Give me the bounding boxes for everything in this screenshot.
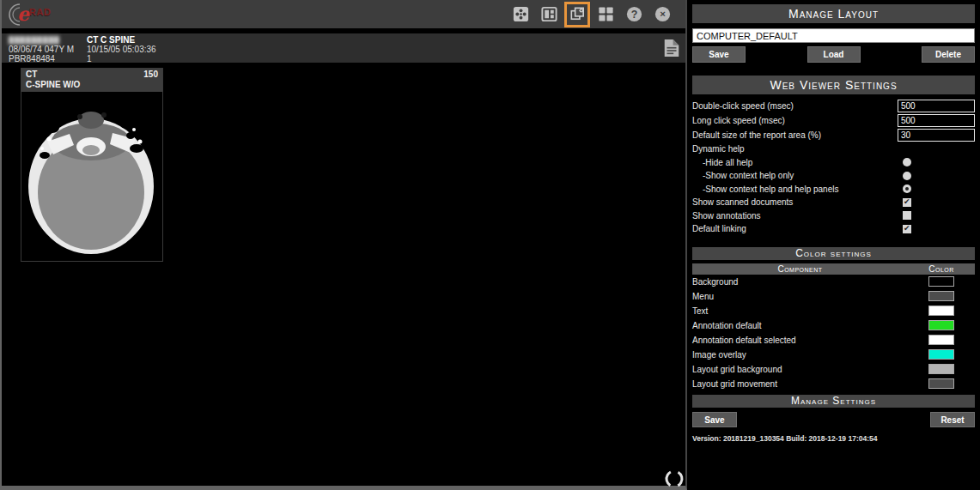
patient-demographics: █████████ ████████ 08/06/74 047Y M PBR84… [9, 35, 86, 64]
layout-grid-movement-color-swatch[interactable] [928, 378, 954, 389]
color-table-header: Component Color [692, 263, 975, 275]
web-viewer-settings-header: Web Viewer Settings [692, 76, 975, 94]
layout-split-icon[interactable] [538, 3, 560, 26]
setting-label: -Show context help and help panels [692, 185, 898, 194]
annotation-default-color-swatch[interactable] [928, 320, 954, 330]
manage-settings-header: Manage Settings [692, 395, 975, 408]
color-row: Annotation default [692, 318, 975, 333]
scanned-document-icon[interactable] [663, 39, 680, 57]
color-row-label: Layout grid background [692, 365, 908, 374]
patient-name-redacted: █████████ ████████ [9, 35, 86, 45]
manage-layout-buttons: Save Load Delete [692, 46, 975, 63]
series-thumbnail[interactable]: CT 150 C-SPINE W/O [21, 68, 163, 262]
show-annotations-checkbox[interactable] [903, 211, 911, 220]
svg-text:×: × [660, 9, 666, 19]
menu-color-swatch[interactable] [928, 291, 954, 301]
color-row: Image overlay [692, 348, 975, 362]
context-help-only-radio[interactable] [903, 172, 911, 180]
logo-rad: RAD [29, 7, 51, 17]
settings-save-button[interactable]: Save [692, 412, 737, 427]
patient-info-bar: █████████ ████████ 08/06/74 047Y M PBR84… [2, 33, 685, 63]
color-row: Annotation default selected [692, 333, 975, 348]
study-info: CT C SPINE 10/15/05 05:03:36 1 [87, 35, 156, 64]
viewer-settings-rows: Double-click speed (msec) Long click spe… [692, 99, 975, 236]
erad-viewer-app: e RAD [0, 0, 980, 490]
toolbar-icons: ? × [509, 0, 673, 28]
pan-tool-icon[interactable] [509, 3, 532, 26]
setting-label: -Hide all help [692, 158, 898, 167]
annotation-selected-color-swatch[interactable] [928, 335, 954, 345]
setting-row: Dynamic help [692, 142, 975, 156]
color-row-label: Image overlay [692, 350, 908, 360]
manage-settings-buttons: Save Reset [692, 412, 975, 427]
layout-name-input[interactable] [692, 28, 975, 43]
loading-spinner-icon [663, 468, 685, 490]
logo-e: e [17, 3, 29, 25]
hide-all-help-radio[interactable] [903, 158, 911, 166]
setting-row: -Hide all help [692, 156, 975, 170]
viewer-area: e RAD [0, 0, 687, 490]
color-settings-header: Color settings [692, 247, 975, 260]
setting-row: Show annotations [692, 209, 975, 223]
color-row: Text [692, 304, 975, 318]
ct-axial-image [21, 92, 162, 261]
setting-label: Long click speed (msec) [692, 116, 898, 125]
patient-dob-sex: 08/06/74 047Y M [9, 45, 86, 54]
default-linking-checkbox[interactable] [903, 225, 911, 233]
show-scanned-documents-checkbox[interactable] [903, 198, 911, 207]
main-toolbar: e RAD [2, 0, 685, 28]
thumbnail-header: CT 150 C-SPINE W/O [21, 69, 162, 92]
layout-grid-background-color-swatch[interactable] [928, 364, 954, 374]
report-area-size-input[interactable] [898, 129, 975, 142]
color-settings-rows: Background Menu Text Annotation default … [692, 275, 975, 391]
setting-row: Double-click speed (msec) [692, 99, 975, 113]
patient-id: PBR848484 [9, 54, 86, 64]
erad-logo: e RAD [5, 2, 74, 27]
grid-layout-icon[interactable] [594, 3, 617, 26]
color-row: Menu [692, 289, 975, 304]
series-number: 1 [87, 54, 156, 64]
settings-panel: Manage Layout Save Load Delete Web Viewe… [687, 0, 980, 490]
setting-label: Default size of the report area (%) [692, 130, 898, 140]
study-datetime: 10/15/05 05:03:36 [87, 45, 156, 54]
setting-row: Default size of the report area (%) [692, 128, 975, 142]
color-row-label: Text [692, 306, 908, 316]
version-info: Version: 20181219_130354 Build: 2018-12-… [692, 434, 975, 443]
setting-row: Default linking [692, 222, 975, 236]
setting-label: Double-click speed (msec) [692, 101, 898, 111]
color-row-label: Annotation default selected [692, 336, 908, 345]
setting-row: -Show context help and help panels [692, 183, 975, 197]
color-row: Layout grid background [692, 362, 975, 377]
color-row-label: Background [692, 277, 908, 287]
image-overlay-color-swatch[interactable] [928, 349, 954, 360]
thumbnail-description: C-SPINE W/O [26, 80, 158, 90]
component-column-header: Component [692, 264, 908, 274]
background-color-swatch[interactable] [928, 276, 954, 287]
thumbnail-modality: CT [26, 70, 37, 80]
screen-settings-icon[interactable] [566, 3, 588, 26]
color-row-label: Menu [692, 292, 908, 301]
setting-row: -Show context help only [692, 169, 975, 183]
close-icon[interactable]: × [651, 3, 673, 26]
text-color-swatch[interactable] [928, 305, 954, 316]
setting-label: Show annotations [692, 211, 898, 221]
layout-delete-button[interactable]: Delete [922, 46, 975, 63]
long-click-speed-input[interactable] [898, 114, 975, 127]
layout-save-button[interactable]: Save [692, 46, 746, 63]
double-click-speed-input[interactable] [898, 100, 975, 112]
context-help-and-panels-radio[interactable] [903, 185, 911, 193]
manage-layout-header: Manage Layout [692, 4, 975, 23]
settings-reset-button[interactable]: Reset [930, 412, 975, 427]
setting-label: Show scanned documents [692, 197, 898, 207]
help-icon[interactable]: ? [623, 3, 645, 26]
color-row-label: Annotation default [692, 321, 908, 330]
color-row-label: Layout grid movement [692, 379, 908, 389]
layout-load-button[interactable]: Load [807, 46, 861, 63]
setting-label: Default linking [692, 224, 898, 233]
color-row: Layout grid movement [692, 377, 975, 391]
study-description: CT C SPINE [87, 35, 156, 45]
setting-label: -Show context help only [692, 171, 898, 180]
color-column-header: Color [908, 264, 975, 274]
setting-row: Show scanned documents [692, 196, 975, 209]
thumbnail-image-count: 150 [143, 70, 158, 80]
